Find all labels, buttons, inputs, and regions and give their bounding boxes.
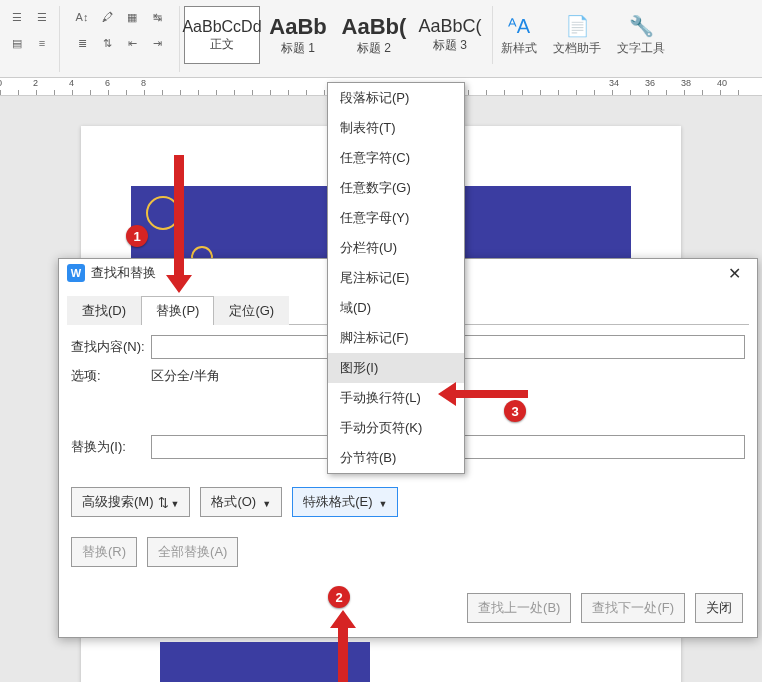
find-label: 查找内容(N): xyxy=(71,338,151,356)
style-heading2[interactable]: AaBb( 标题 2 xyxy=(336,6,412,64)
svg-marker-1 xyxy=(330,610,356,682)
find-next-button[interactable]: 查找下一处(F) xyxy=(581,593,685,623)
menu-item-5[interactable]: 分栏符(U) xyxy=(328,233,464,263)
outdent-icon[interactable]: ⇥ xyxy=(146,32,168,54)
option-value: 区分全/半角 xyxy=(151,367,220,385)
align-icon[interactable]: ≡ xyxy=(31,32,53,54)
option-label: 选项: xyxy=(71,367,151,385)
doc-helper-button[interactable]: 📄 文档助手 xyxy=(545,6,609,64)
advanced-search-button[interactable]: 高级搜索(M)⇅ xyxy=(71,487,190,517)
menu-item-11[interactable]: 手动分页符(K) xyxy=(328,413,464,443)
close-dialog-button[interactable]: 关闭 xyxy=(695,593,743,623)
doc-helper-icon: 📄 xyxy=(565,14,590,38)
tab-icon[interactable]: ↹ xyxy=(146,6,168,28)
text-tools-button[interactable]: 🔧 文字工具 xyxy=(609,6,673,64)
new-style-button[interactable]: ᴬA 新样式 xyxy=(493,6,545,64)
menu-item-12[interactable]: 分节符(B) xyxy=(328,443,464,473)
ribbon-toolbar: ☰ ☰ ▤ ≡ A↕ 🖍 ▦ ↹ ≣ ⇅ ⇤ ⇥ AaBbCcDd 正文 AaB… xyxy=(0,0,762,78)
menu-item-9[interactable]: 图形(I) xyxy=(328,353,464,383)
annotation-badge-3: 3 xyxy=(504,400,526,422)
close-button[interactable]: ✕ xyxy=(720,262,749,285)
tab-find[interactable]: 查找(D) xyxy=(67,296,141,325)
indent-increase-icon[interactable]: ☰ xyxy=(6,6,28,28)
wrench-icon: 🔧 xyxy=(629,14,654,38)
menu-item-1[interactable]: 制表符(T) xyxy=(328,113,464,143)
list-bullet-icon[interactable]: ≣ xyxy=(71,32,93,54)
style-heading1[interactable]: AaBb 标题 1 xyxy=(260,6,336,64)
new-style-icon: ᴬA xyxy=(508,14,530,38)
special-format-menu: 段落标记(P)制表符(T)任意字符(C)任意数字(G)任意字母(Y)分栏符(U)… xyxy=(327,82,465,474)
tab-replace[interactable]: 替换(P) xyxy=(141,296,214,325)
spacing-icon[interactable]: ⇅ xyxy=(96,32,118,54)
annotation-badge-2: 2 xyxy=(328,586,350,608)
list-icon[interactable]: ▤ xyxy=(6,32,28,54)
wps-logo-icon: W xyxy=(67,264,85,282)
menu-item-0[interactable]: 段落标记(P) xyxy=(328,83,464,113)
menu-item-6[interactable]: 尾注标记(E) xyxy=(328,263,464,293)
replace-label: 替换为(I): xyxy=(71,438,151,456)
menu-item-4[interactable]: 任意字母(Y) xyxy=(328,203,464,233)
menu-item-8[interactable]: 脚注标记(F) xyxy=(328,323,464,353)
annotation-badge-1: 1 xyxy=(126,225,148,247)
svg-marker-0 xyxy=(166,155,192,293)
border-icon[interactable]: ▦ xyxy=(121,6,143,28)
menu-item-3[interactable]: 任意数字(G) xyxy=(328,173,464,203)
caret-icon: ⇅ xyxy=(158,495,180,510)
font-size-icon[interactable]: A↕ xyxy=(71,6,93,28)
find-prev-button[interactable]: 查找上一处(B) xyxy=(467,593,571,623)
style-normal[interactable]: AaBbCcDd 正文 xyxy=(184,6,260,64)
caret-down-icon xyxy=(376,495,387,510)
replace-button[interactable]: 替换(R) xyxy=(71,537,137,567)
shading-icon[interactable]: 🖍 xyxy=(96,6,118,28)
style-heading3[interactable]: AaBbC( 标题 3 xyxy=(412,6,488,64)
replace-all-button[interactable]: 全部替换(A) xyxy=(147,537,238,567)
indent-icon[interactable]: ⇤ xyxy=(121,32,143,54)
dialog-title: 查找和替换 xyxy=(91,264,156,282)
indent-decrease-icon[interactable]: ☰ xyxy=(31,6,53,28)
menu-item-7[interactable]: 域(D) xyxy=(328,293,464,323)
format-button[interactable]: 格式(O) xyxy=(200,487,282,517)
tab-goto[interactable]: 定位(G) xyxy=(214,296,289,325)
annotation-arrow-1 xyxy=(164,155,194,295)
annotation-arrow-2 xyxy=(328,610,358,682)
special-format-button[interactable]: 特殊格式(E) xyxy=(292,487,398,517)
menu-item-2[interactable]: 任意字符(C) xyxy=(328,143,464,173)
caret-down-icon xyxy=(260,495,271,510)
